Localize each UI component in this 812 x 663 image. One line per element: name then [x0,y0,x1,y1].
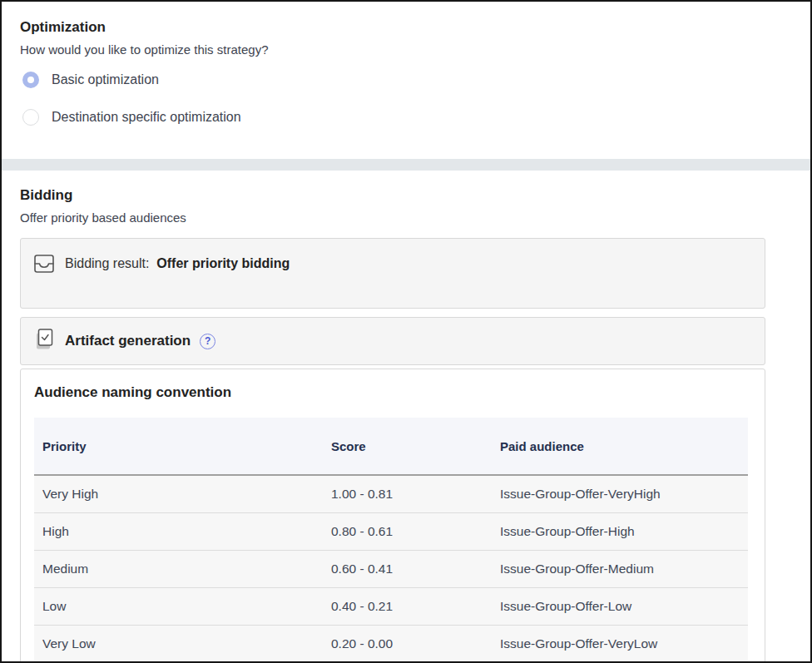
radio-unselected-icon[interactable] [22,109,39,126]
paid-audience-cell: Issue-Group-Offer-VeryHigh [492,487,748,502]
bidding-result-panel: Bidding result: Offer priority bidding [20,238,765,309]
table-row: Medium 0.60 - 0.41 Issue-Group-Offer-Med… [34,551,748,588]
optimization-title: Optimization [20,18,792,37]
bidding-section: Bidding Offer priority based audiences B… [2,171,810,663]
radio-option-destination[interactable]: Destination specific optimization [22,109,792,126]
naming-table: Priority Score Paid audience Very High 1… [34,418,748,663]
priority-cell: Medium [34,562,323,576]
score-cell: 0.40 - 0.21 [323,599,492,614]
bidding-title: Bidding [20,186,792,205]
table-row: High 0.80 - 0.61 Issue-Group-Offer-High [34,513,748,551]
artifact-generation-title: Artifact generation [65,333,191,349]
score-cell: 0.60 - 0.41 [323,562,492,576]
bidding-result-text: Bidding result: Offer priority bidding [65,256,290,271]
priority-cell: Low [34,599,323,614]
paid-audience-cell: Issue-Group-Offer-Medium [492,562,748,576]
paid-audience-cell: Issue-Group-Offer-VeryLow [492,636,748,651]
column-header-score: Score [323,439,492,453]
artifact-generation-panel: Artifact generation ? [20,317,765,365]
paid-audience-cell: Issue-Group-Offer-High [492,524,748,539]
priority-cell: Very High [34,487,323,502]
bidding-result-value: Offer priority bidding [156,256,290,270]
section-divider [2,159,810,171]
optimization-question: How would you like to optimize this stra… [20,42,792,57]
audience-naming-title: Audience naming convention [34,384,748,401]
bidding-result-label: Bidding result: [65,256,149,270]
radio-option-basic[interactable]: Basic optimization [22,72,792,88]
help-icon[interactable]: ? [200,334,215,349]
table-header-row: Priority Score Paid audience [34,418,748,476]
table-row: Low 0.40 - 0.21 Issue-Group-Offer-Low [34,588,748,626]
radio-label[interactable]: Destination specific optimization [52,110,241,125]
priority-cell: Very Low [34,636,323,651]
score-cell: 0.20 - 0.00 [323,636,492,651]
strategy-optimization-page: Optimization How would you like to optim… [0,0,812,663]
optimization-section: Optimization How would you like to optim… [2,2,810,126]
paid-audience-cell: Issue-Group-Offer-Low [492,599,748,614]
table-row: Very High 1.00 - 0.81 Issue-Group-Offer-… [34,476,748,513]
document-check-icon [34,329,54,354]
table-body: Very High 1.00 - 0.81 Issue-Group-Offer-… [34,476,748,663]
score-cell: 0.80 - 0.61 [323,524,492,539]
radio-label[interactable]: Basic optimization [52,72,159,87]
priority-cell: High [34,524,323,539]
radio-selected-icon[interactable] [22,72,39,88]
column-header-priority: Priority [34,439,323,453]
column-header-paid-audience: Paid audience [492,439,748,453]
score-cell: 1.00 - 0.81 [323,487,492,502]
audience-naming-panel: Audience naming convention Priority Scor… [20,369,765,663]
bidding-subtitle: Offer priority based audiences [20,210,792,225]
table-row: Very Low 0.20 - 0.00 Issue-Group-Offer-V… [34,626,748,663]
inbox-icon [34,255,54,273]
